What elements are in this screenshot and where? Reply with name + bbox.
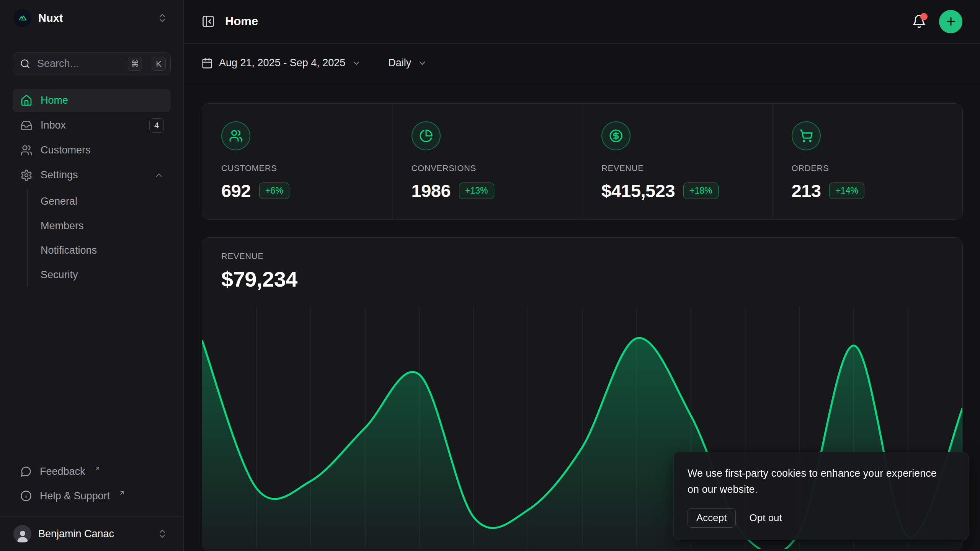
stat-label: ORDERS bbox=[792, 163, 944, 173]
sidebar-nav: Home Inbox 4 Customers Settings bbox=[13, 89, 171, 287]
stats-card: CUSTOMERS 692 +6% CONVERSIONS 1986 +13% bbox=[202, 103, 963, 220]
sidebar-item-home[interactable]: Home bbox=[13, 89, 171, 112]
gear-icon bbox=[20, 169, 33, 181]
external-link-icon bbox=[119, 490, 125, 496]
sidebar-footer-links: Feedback Help & Support bbox=[13, 460, 171, 516]
kbd-cmd: ⌘ bbox=[128, 57, 142, 71]
workspace-name: Nuxt bbox=[38, 12, 150, 24]
sidebar-item-label: Inbox bbox=[41, 119, 141, 131]
page-title: Home bbox=[225, 15, 258, 28]
inbox-unread-badge: 4 bbox=[149, 118, 164, 133]
notifications-button[interactable] bbox=[910, 12, 928, 31]
stat-delta-badge: +14% bbox=[829, 183, 864, 199]
external-link-icon bbox=[94, 465, 101, 472]
chevron-down-icon bbox=[351, 58, 361, 68]
sidebar-item-label: Customers bbox=[41, 144, 164, 156]
users-icon bbox=[20, 144, 33, 156]
calendar-icon bbox=[201, 57, 213, 69]
stat-customers[interactable]: CUSTOMERS 692 +6% bbox=[202, 104, 392, 219]
stat-value: $415,523 bbox=[601, 180, 675, 201]
sidebar-item-inbox[interactable]: Inbox 4 bbox=[13, 114, 171, 137]
period-select[interactable]: Daily bbox=[388, 57, 427, 69]
help-support-link[interactable]: Help & Support bbox=[13, 484, 171, 508]
user-avatar bbox=[13, 525, 31, 543]
stat-label: REVENUE bbox=[601, 163, 753, 173]
help-support-label: Help & Support bbox=[40, 490, 110, 502]
revenue-chart-header: REVENUE $79,234 bbox=[202, 238, 962, 292]
sidebar-item-settings[interactable]: Settings bbox=[13, 163, 171, 187]
sidebar-spacer bbox=[13, 287, 171, 460]
settings-submenu: General Members Notifications Security bbox=[27, 189, 171, 287]
stat-label: CUSTOMERS bbox=[221, 163, 373, 173]
cookie-accept-button[interactable]: Accept bbox=[688, 508, 736, 528]
stat-label: CONVERSIONS bbox=[412, 163, 563, 173]
sidebar-subitem-security[interactable]: Security bbox=[28, 262, 171, 287]
sidebar-subitem-notifications[interactable]: Notifications bbox=[28, 238, 171, 262]
add-button[interactable] bbox=[939, 10, 962, 33]
cookie-optout-button[interactable]: Opt out bbox=[749, 509, 783, 527]
kbd-k: K bbox=[152, 57, 166, 71]
cookie-banner: We use first-party cookies to enhance yo… bbox=[673, 452, 969, 540]
period-value: Daily bbox=[388, 57, 411, 69]
home-icon bbox=[20, 95, 33, 107]
chat-bubble-icon bbox=[20, 466, 32, 477]
sidebar: Nuxt Search... ⌘ K Home bbox=[0, 0, 184, 551]
revenue-chart-value: $79,234 bbox=[221, 267, 943, 292]
pie-chart-icon bbox=[412, 121, 441, 150]
stat-value: 1986 bbox=[412, 180, 451, 201]
stat-value: 213 bbox=[792, 180, 821, 201]
revenue-chart-label: REVENUE bbox=[221, 251, 943, 261]
stat-delta-badge: +13% bbox=[459, 183, 494, 199]
sidebar-subitem-members[interactable]: Members bbox=[28, 214, 171, 238]
search-placeholder: Search... bbox=[37, 58, 121, 70]
search-icon bbox=[20, 59, 30, 69]
workspace-switcher[interactable]: Nuxt bbox=[13, 5, 171, 31]
user-menu[interactable]: Benjamin Canac bbox=[13, 517, 171, 551]
search-input[interactable]: Search... ⌘ K bbox=[13, 52, 171, 75]
user-name: Benjamin Canac bbox=[38, 528, 150, 540]
chevrons-up-down-icon bbox=[157, 528, 168, 539]
sidebar-item-label: Settings bbox=[41, 169, 146, 181]
inbox-icon bbox=[20, 119, 33, 132]
page-header: Home bbox=[184, 0, 980, 44]
filters-toolbar: Aug 21, 2025 - Sep 4, 2025 Daily bbox=[184, 44, 980, 83]
cookie-message: We use first-party cookies to enhance yo… bbox=[688, 465, 940, 497]
stat-delta-badge: +6% bbox=[259, 183, 289, 199]
sidebar-subitem-general[interactable]: General bbox=[28, 189, 171, 214]
sidebar-item-customers[interactable]: Customers bbox=[13, 139, 171, 162]
cookie-actions: Accept Opt out bbox=[688, 508, 953, 528]
info-circle-icon bbox=[20, 490, 32, 502]
stat-value: 692 bbox=[221, 180, 251, 201]
stat-delta-badge: +18% bbox=[683, 183, 718, 199]
date-range-value: Aug 21, 2025 - Sep 4, 2025 bbox=[219, 57, 345, 69]
notification-dot bbox=[920, 13, 928, 20]
sidebar-item-label: Home bbox=[41, 95, 164, 106]
stat-conversions[interactable]: CONVERSIONS 1986 +13% bbox=[392, 104, 583, 219]
dollar-circle-icon bbox=[601, 121, 630, 150]
feedback-link[interactable]: Feedback bbox=[13, 460, 171, 483]
header-actions bbox=[910, 10, 962, 33]
stat-revenue[interactable]: REVENUE $415,523 +18% bbox=[582, 104, 773, 219]
chevron-up-icon bbox=[154, 170, 164, 180]
date-range-picker[interactable]: Aug 21, 2025 - Sep 4, 2025 bbox=[201, 57, 361, 69]
nuxt-logo-icon bbox=[13, 9, 31, 27]
feedback-label: Feedback bbox=[40, 466, 85, 478]
chevron-down-icon bbox=[417, 58, 427, 68]
chevrons-up-down-icon bbox=[157, 13, 168, 23]
users-icon bbox=[221, 121, 250, 150]
cart-icon bbox=[792, 121, 821, 150]
collapse-sidebar-button[interactable] bbox=[201, 15, 215, 28]
stat-orders[interactable]: ORDERS 213 +14% bbox=[773, 104, 963, 219]
